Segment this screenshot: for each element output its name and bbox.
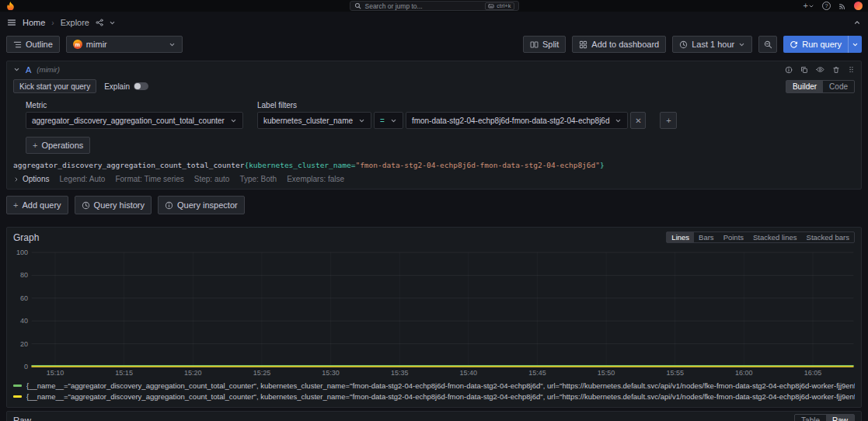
style-stacked-bars-button[interactable]: Stacked bars [802, 232, 854, 242]
explore-toolbar: Outline m mimir Split Add to dashboard L… [0, 33, 868, 57]
series-color-swatch [13, 384, 22, 387]
chevron-down-icon [738, 41, 745, 48]
filter-operator-select[interactable]: = [374, 112, 403, 129]
style-stacked-lines-button[interactable]: Stacked lines [748, 232, 802, 242]
svg-text:20: 20 [20, 340, 28, 348]
search-input[interactable]: Search or jump to... ctrl+k [350, 1, 519, 11]
outline-icon [13, 40, 22, 49]
style-bars-button[interactable]: Bars [694, 232, 719, 242]
chevron-down-icon [615, 117, 622, 124]
explain-toggle[interactable] [134, 82, 148, 90]
menu-hamburger-icon[interactable] [7, 18, 16, 27]
option-legend: Legend: Auto [59, 175, 105, 183]
mimir-datasource-icon: m [73, 40, 82, 49]
svg-text:15:15: 15:15 [115, 369, 133, 377]
info-circle-icon[interactable] [785, 66, 793, 74]
option-type: Type: Both [239, 175, 277, 183]
query-inspector-button[interactable]: Query inspector [158, 196, 245, 214]
raw-query-close: } [600, 161, 605, 169]
svg-text:60: 60 [20, 294, 28, 302]
clock-icon [679, 40, 688, 49]
breadcrumb-explore[interactable]: Explore [61, 18, 89, 27]
graph-panel: Graph Lines Bars Points Stacked lines St… [6, 227, 862, 408]
split-icon [530, 40, 539, 49]
split-button[interactable]: Split [523, 36, 566, 53]
add-filter-button[interactable]: + [660, 112, 677, 129]
query-row-header: A (mimir) [7, 61, 861, 78]
svg-text:15:35: 15:35 [391, 369, 409, 377]
legend-series-label: {__name__="aggregator_discovery_aggregat… [26, 392, 855, 401]
legend-item[interactable]: {__name__="aggregator_discovery_aggregat… [13, 392, 855, 401]
time-range-picker[interactable]: Last 1 hour [672, 36, 752, 53]
table-view-button[interactable]: Table [795, 415, 826, 421]
operations-button[interactable]: + Operations [26, 137, 90, 154]
filter-label-select[interactable]: kubernetes_cluster_name [257, 112, 371, 129]
info-circle-icon [165, 201, 173, 210]
user-avatar[interactable] [854, 2, 863, 10]
duplicate-query-icon[interactable] [800, 66, 808, 74]
grafana-logo-icon[interactable] [5, 1, 16, 11]
datasource-picker[interactable]: m mimir [66, 36, 183, 53]
zoom-out-button[interactable] [758, 36, 777, 53]
metric-label: Metric [26, 101, 243, 110]
breadcrumb-home[interactable]: Home [23, 18, 45, 27]
raw-query-value: "fmon-data-stg2-04-echp8j6d-fmon-data-st… [355, 161, 600, 169]
search-icon [354, 2, 361, 9]
sync-icon [790, 40, 798, 49]
run-query-dropdown[interactable] [848, 36, 862, 53]
remove-filter-button[interactable]: ✕ [630, 112, 646, 129]
raw-panel-title: Raw [13, 416, 31, 421]
svg-text:15:55: 15:55 [666, 369, 684, 377]
svg-text:15:50: 15:50 [598, 369, 615, 377]
legend-series-label: {__name__="aggregator_discovery_aggregat… [26, 381, 855, 390]
remove-query-trash-icon[interactable] [832, 66, 840, 74]
kick-start-button[interactable]: Kick start your query [13, 79, 96, 93]
query-editor-toolbar: Kick start your query Explain Builder Co… [7, 78, 861, 98]
option-step: Step: auto [194, 175, 230, 183]
svg-text:40: 40 [20, 317, 28, 325]
code-mode-button[interactable]: Code [823, 81, 854, 92]
option-exemplars: Exemplars: false [287, 175, 344, 183]
drag-handle-icon[interactable] [848, 65, 855, 74]
editor-mode-switch: Builder Code [786, 80, 855, 93]
series-color-swatch [13, 395, 22, 398]
news-rss-icon[interactable] [838, 2, 846, 10]
raw-view-button[interactable]: Raw [826, 415, 854, 421]
share-icon[interactable] [96, 19, 103, 26]
collapse-chevron-up-icon[interactable] [853, 19, 861, 26]
collapse-chevron-down-icon[interactable] [13, 66, 20, 73]
new-menu-button[interactable]: + [804, 2, 814, 10]
chevron-down-icon [358, 117, 365, 124]
svg-text:15:30: 15:30 [322, 369, 340, 377]
query-datasource-hint: (mimir) [37, 65, 60, 74]
hide-response-eye-icon[interactable] [816, 65, 824, 74]
explain-label: Explain [104, 82, 130, 91]
chart-legend: {__name__="aggregator_discovery_aggregat… [7, 380, 861, 407]
time-series-chart[interactable]: 02040608010015:1015:1515:2015:2515:3015:… [9, 246, 859, 378]
chevron-down-icon [230, 117, 237, 124]
style-lines-button[interactable]: Lines [667, 232, 694, 242]
svg-text:80: 80 [20, 271, 28, 279]
svg-text:15:10: 15:10 [47, 369, 64, 377]
run-query-button[interactable]: Run query [783, 36, 862, 53]
option-format: Format: Time series [115, 175, 183, 183]
legend-item[interactable]: {__name__="aggregator_discovery_aggregat… [13, 381, 855, 390]
query-history-button[interactable]: Query history [75, 196, 152, 214]
builder-mode-button[interactable]: Builder [786, 81, 823, 92]
metric-select[interactable]: aggregator_discovery_aggregation_count_t… [26, 112, 243, 129]
chevron-down-icon [169, 41, 176, 48]
raw-query-label: {kubernetes_cluster_name= [244, 161, 355, 169]
query-ref-id: A [26, 65, 31, 75]
chevron-down-icon[interactable] [109, 19, 116, 26]
add-to-dashboard-button[interactable]: Add to dashboard [572, 36, 666, 53]
add-query-button[interactable]: + Add query [6, 196, 68, 214]
history-clock-icon [82, 201, 90, 210]
outline-button[interactable]: Outline [6, 36, 60, 53]
options-expander[interactable]: Options [13, 175, 49, 183]
style-points-button[interactable]: Points [719, 232, 748, 242]
help-icon[interactable]: ? [822, 2, 831, 10]
top-nav-actions: + ? [804, 2, 863, 10]
shortcut-badge: ctrl+k [485, 2, 514, 10]
filter-value-select[interactable]: fmon-data-stg2-04-echp8j6d-fmon-data-stg… [406, 112, 629, 129]
raw-result-panel-header: Raw Table Raw [6, 411, 862, 421]
